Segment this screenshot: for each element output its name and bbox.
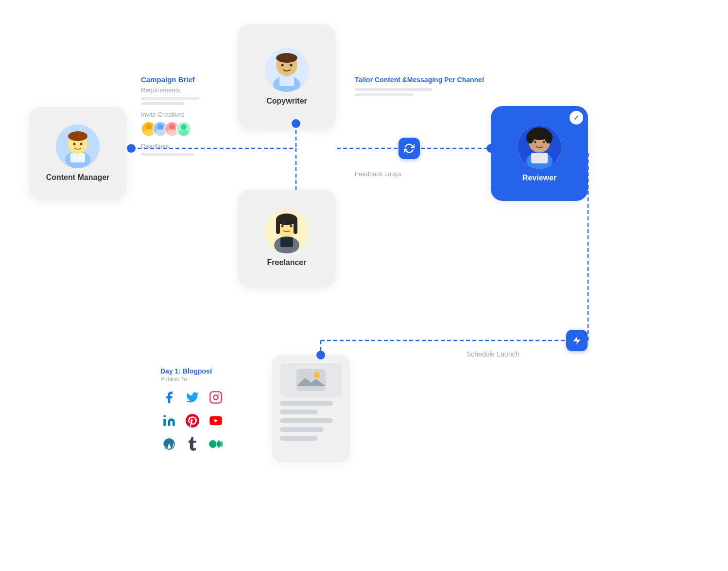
- tailor-content-title: Tailor Content &Messaging Per Channel: [355, 75, 491, 84]
- svg-point-12: [68, 131, 87, 141]
- feedback-loops-label: Feedback Loops: [355, 170, 401, 178]
- svg-point-17: [157, 124, 163, 130]
- svg-point-42: [526, 132, 534, 143]
- svg-point-15: [146, 124, 152, 130]
- diagram-container: Content Manager Campaign Brief Requireme…: [0, 0, 728, 571]
- svg-point-43: [545, 132, 553, 143]
- doc-image: [280, 363, 342, 397]
- svg-rect-29: [279, 76, 294, 86]
- copywriter-card: Copywriter: [238, 24, 335, 129]
- invite-label: Invite Creatives: [141, 111, 238, 118]
- svg-point-14: [80, 143, 83, 145]
- campaign-brief-annotation: Campaign Brief Requirements Invite Creat…: [141, 75, 238, 158]
- svg-rect-48: [296, 369, 326, 391]
- svg-point-35: [281, 225, 284, 228]
- document-connector-dot: [316, 351, 325, 359]
- copywriter-avatar: [265, 48, 309, 92]
- twitter-icon[interactable]: [184, 389, 201, 406]
- linkedin-icon[interactable]: [160, 412, 178, 429]
- medium-icon[interactable]: [207, 435, 225, 453]
- publish-to-label: Publish To:: [160, 376, 225, 383]
- svg-point-52: [163, 415, 166, 417]
- refresh-icon-btn[interactable]: [399, 138, 420, 159]
- youtube-icon[interactable]: [207, 412, 225, 429]
- doc-line-1: [280, 401, 333, 406]
- svg-rect-33: [276, 219, 280, 234]
- facebook-icon[interactable]: [160, 389, 178, 406]
- feedback-loops-annotation: Feedback Loops: [355, 170, 401, 180]
- svg-point-36: [290, 225, 293, 228]
- svg-rect-38: [280, 237, 293, 247]
- requirements-label: Requirements: [141, 87, 238, 94]
- deadlines-label: Deadlines: [141, 143, 238, 150]
- doc-line-3: [280, 418, 333, 423]
- instagram-icon[interactable]: [207, 389, 225, 406]
- svg-rect-34: [294, 219, 297, 234]
- doc-line-4: [280, 427, 324, 432]
- svg-point-13: [73, 143, 76, 145]
- svg-point-21: [181, 124, 187, 130]
- lightning-icon-btn[interactable]: [566, 330, 588, 351]
- freelancer-avatar: [265, 210, 309, 253]
- svg-point-22: [179, 129, 189, 136]
- day1-title: Day 1: Blogpost: [160, 367, 225, 375]
- invite-avatars: [141, 121, 238, 137]
- social-panel: Day 1: Blogpost Publish To:: [160, 367, 225, 453]
- copywriter-label: Copywriter: [266, 97, 307, 106]
- wordpress-icon[interactable]: [160, 435, 178, 453]
- tumblr-icon[interactable]: [184, 435, 201, 453]
- svg-rect-10: [70, 153, 85, 162]
- reviewer-avatar: [518, 125, 561, 169]
- tailor-content-annotation: Tailor Content &Messaging Per Channel: [355, 75, 491, 99]
- svg-point-26: [281, 64, 284, 67]
- svg-point-20: [167, 129, 177, 136]
- svg-point-16: [144, 129, 154, 136]
- pinterest-icon[interactable]: [184, 412, 201, 429]
- social-icons-grid: [160, 389, 225, 453]
- doc-line-5: [280, 436, 317, 441]
- svg-rect-47: [531, 153, 548, 163]
- copywriter-connector-dot: [292, 119, 300, 128]
- svg-point-19: [169, 124, 175, 130]
- check-badge: ✓: [570, 111, 583, 125]
- svg-point-25: [276, 53, 297, 63]
- svg-point-44: [534, 141, 537, 143]
- svg-point-45: [543, 141, 545, 143]
- svg-point-49: [314, 372, 320, 378]
- svg-point-18: [156, 129, 165, 136]
- schedule-launch-label: Schedule Launch: [467, 350, 519, 358]
- reviewer-label: Reviewer: [522, 174, 556, 182]
- content-manager-label: Content Manager: [46, 173, 110, 182]
- freelancer-card: Freelancer: [238, 190, 335, 287]
- document-card: [272, 355, 350, 462]
- campaign-brief-title: Campaign Brief: [141, 75, 238, 84]
- schedule-launch-annotation: Schedule Launch: [467, 350, 519, 361]
- doc-line-2: [280, 410, 317, 414]
- content-manager-avatar: [56, 125, 100, 168]
- content-manager-card: Content Manager: [29, 107, 126, 199]
- freelancer-label: Freelancer: [267, 258, 307, 267]
- reviewer-card: ✓ Reviewer: [491, 106, 588, 201]
- svg-rect-50: [210, 392, 221, 403]
- cm-connector-dot: [127, 144, 136, 153]
- svg-point-27: [290, 64, 293, 67]
